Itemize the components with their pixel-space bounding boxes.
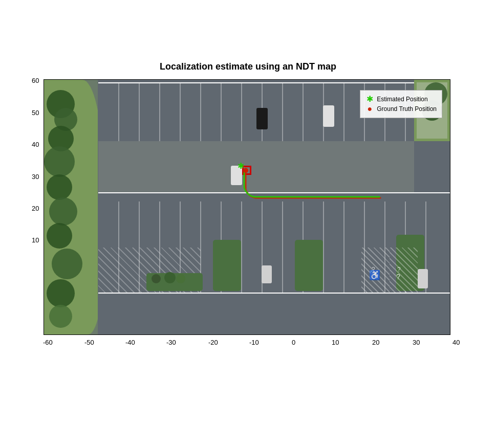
legend-marker-estimated: ✱ xyxy=(365,95,374,103)
y-axis-label-60: 60 xyxy=(32,77,39,84)
tree-left-9 xyxy=(47,279,75,307)
x-axis-label-neg30: -30 xyxy=(166,339,176,346)
car-bottom-right xyxy=(418,269,428,288)
hatch-disabled-2 xyxy=(390,248,418,294)
chart-title: Localization estimate using an NDT map xyxy=(0,61,496,72)
y-axis-label-30: 30 xyxy=(32,173,39,181)
x-axis-label-neg40: -40 xyxy=(125,339,135,346)
tree-left-4 xyxy=(44,146,75,177)
tree-left-8 xyxy=(52,249,82,279)
y-axis-label-10: 10 xyxy=(32,236,39,244)
x-axis-label-30: 30 xyxy=(413,339,420,346)
chart-container: Localization estimate using an NDT map 6… xyxy=(0,0,496,448)
legend-label-ground-truth: Ground Truth Position xyxy=(377,105,437,113)
car-black-top-1 xyxy=(256,108,268,129)
car-bottom-center xyxy=(262,265,272,283)
car-white-center xyxy=(231,166,242,185)
x-axis-label-40: 40 xyxy=(452,339,460,346)
legend-marker-ground-truth: ● xyxy=(365,105,374,113)
x-axis-label-20: 20 xyxy=(372,339,379,346)
tree-left-7 xyxy=(47,223,72,249)
tree-bottom-1 xyxy=(152,274,161,283)
green-strip-bottom-1 xyxy=(213,240,241,291)
tree-bottom-3 xyxy=(176,274,185,283)
tree-bottom-2 xyxy=(164,272,176,283)
x-axis-label-neg60: -60 xyxy=(43,339,53,346)
legend-label-estimated: Estimated Position xyxy=(377,96,427,103)
plot-area: ♿ ? ? ? ✱ xyxy=(44,79,450,335)
x-axis-label-neg20: -20 xyxy=(208,339,218,346)
y-axis-label-20: 20 xyxy=(32,205,39,212)
x-axis-label-0: 0 xyxy=(292,339,295,346)
tree-left-5 xyxy=(47,174,72,200)
x-axis-label-neg50: -50 xyxy=(84,339,94,346)
legend-item-estimated: ✱ Estimated Position xyxy=(365,95,437,103)
tree-left-10 xyxy=(49,305,72,328)
driving-lane-top xyxy=(98,141,414,192)
x-axis-label-10: 10 xyxy=(332,339,339,346)
y-axis-label-50: 50 xyxy=(32,109,39,117)
question-top-1: ? xyxy=(372,266,375,273)
x-axis-label-neg10: -10 xyxy=(249,339,259,346)
tree-left-6 xyxy=(49,197,77,226)
y-axis-label-40: 40 xyxy=(32,141,39,148)
bottom-section-top-border xyxy=(98,192,450,193)
position-box-marker xyxy=(242,166,251,175)
green-strip-bottom-2 xyxy=(295,240,323,291)
legend-item-ground-truth: ● Ground Truth Position xyxy=(365,105,437,113)
question-top-2: ? xyxy=(397,266,401,273)
legend: ✱ Estimated Position ● Ground Truth Posi… xyxy=(360,90,442,118)
car-white-top-1 xyxy=(323,105,334,127)
question-symbol-1: ? xyxy=(396,273,400,281)
